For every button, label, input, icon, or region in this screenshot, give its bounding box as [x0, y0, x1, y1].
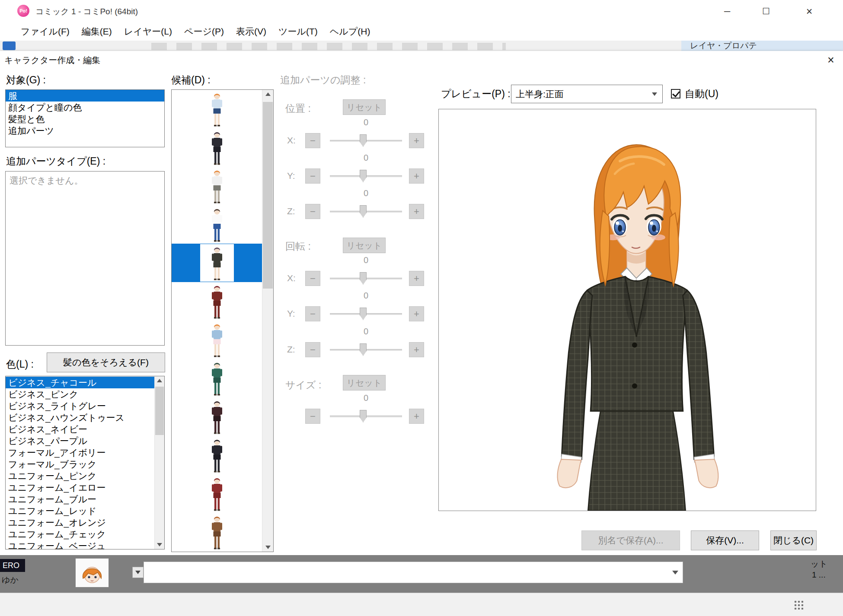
folder-icon: [3, 41, 16, 50]
slider-thumb: [360, 170, 367, 182]
menu-item[interactable]: 表示(V): [230, 25, 272, 38]
position-label: 位置 :: [285, 102, 311, 115]
target-label: 対象(G) :: [6, 73, 46, 87]
maximize-button[interactable]: ☐: [750, 0, 782, 22]
close-dialog-button[interactable]: 閉じる(C): [770, 530, 817, 550]
grid-icon: [794, 600, 803, 610]
slider-value: 0: [330, 117, 402, 127]
auto-label: 自動(U): [685, 87, 718, 101]
color-list-item[interactable]: ユニフォーム_ベージュ: [6, 540, 155, 549]
position-reset-button: リセット: [343, 99, 386, 115]
color-list-item[interactable]: ユニフォーム_イエロー: [6, 482, 155, 493]
preview-view-value: 上半身:正面: [516, 88, 564, 100]
axis-label: Z:: [287, 206, 295, 216]
candidates-label: 候補(D) :: [171, 73, 211, 87]
auto-checkbox[interactable]: [671, 89, 680, 98]
color-list-item[interactable]: ビジネス_チャコール: [6, 377, 155, 388]
titlebar: Po! コミック 1 - コミPo! (64bit) ─ ☐ ×: [0, 0, 843, 22]
menu-item[interactable]: 編集(E): [76, 25, 118, 38]
window-title: コミック 1 - コミPo! (64bit): [35, 6, 138, 17]
slider-thumb: [360, 134, 367, 147]
candidate-thumb[interactable]: [172, 359, 262, 397]
axis-label: X:: [287, 273, 296, 283]
color-list-item[interactable]: フォーマル_ブラック: [6, 458, 155, 470]
horizontal-scrollbar[interactable]: [144, 562, 683, 583]
size-label: サイズ :: [285, 378, 321, 392]
position-z-slider-row: Z: − +: [0, 204, 437, 219]
color-list: ビジネス_チャコールビジネス_ピンクビジネス_ライトグレービジネス_ハウンズトゥ…: [6, 377, 155, 549]
rotation-label: 回転 :: [285, 240, 311, 253]
close-window-button[interactable]: ×: [794, 0, 825, 22]
plus-button: +: [409, 306, 424, 321]
bottom-area: ERO ゆか ット 1 ...: [0, 555, 843, 616]
slider-value: 0: [330, 255, 402, 265]
rotation-y-slider-row: Y: − +: [0, 306, 437, 322]
character-edit-dialog: キャラクター作成・編集 × 対象(G) : 服顔タイプと瞳の色髪型と色追加パーツ…: [0, 51, 843, 555]
candidate-thumb[interactable]: [172, 513, 262, 551]
background-text-fragment: 1 ...: [812, 570, 826, 580]
axis-label: Z:: [287, 344, 295, 355]
color-list-item[interactable]: ユニフォーム_ピンク: [6, 470, 155, 482]
character-thumbnail[interactable]: [75, 558, 109, 587]
plus-button: +: [409, 204, 424, 219]
target-list-item[interactable]: 顔タイプと瞳の色: [6, 102, 164, 113]
candidate-thumb[interactable]: [172, 436, 262, 474]
character-image: [439, 109, 816, 511]
scrollbar-thumb[interactable]: [263, 102, 273, 289]
plus-button: +: [409, 133, 424, 148]
color-list-item[interactable]: ビジネス_ピンク: [6, 388, 155, 400]
scroll-down-icon[interactable]: [155, 540, 164, 549]
minimize-button[interactable]: ─: [712, 0, 743, 22]
plus-button: +: [409, 271, 424, 286]
target-list-item[interactable]: 服: [6, 90, 164, 102]
chevron-down-icon[interactable]: [132, 567, 144, 578]
color-list-item[interactable]: フォーマル_アイボリー: [6, 447, 155, 458]
background-text-fragment: ERO: [0, 559, 25, 572]
candidate-thumb[interactable]: [172, 474, 262, 513]
status-strip: [0, 593, 843, 616]
plus-button: +: [409, 342, 424, 357]
slider-thumb: [360, 308, 367, 320]
minus-button: −: [305, 168, 320, 184]
scroll-up-icon[interactable]: [155, 376, 164, 385]
menu-item[interactable]: ツール(T): [272, 25, 324, 38]
color-list-item[interactable]: ユニフォーム_オレンジ: [6, 517, 155, 528]
menu-item[interactable]: レイヤー(L): [118, 25, 178, 38]
color-list-item[interactable]: ビジネス_パープル: [6, 435, 155, 447]
color-scrollbar[interactable]: [154, 376, 164, 549]
position-y-slider-row: Y: − +: [0, 168, 437, 184]
background-text-fragment: ゆか: [2, 575, 19, 586]
layer-properties-panel-fragment: レイヤ・プロパテ: [681, 41, 843, 51]
save-button[interactable]: 保存(V)...: [691, 530, 759, 550]
chibi-face: [77, 559, 107, 586]
minus-button: −: [305, 409, 320, 424]
scroll-up-icon[interactable]: [262, 90, 273, 100]
slider-thumb: [360, 272, 367, 285]
menu-item[interactable]: ページ(P): [178, 25, 230, 38]
dialog-close-icon[interactable]: ×: [821, 52, 840, 68]
slider-value: 0: [330, 393, 402, 403]
color-list-item[interactable]: ユニフォーム_ブルー: [6, 493, 155, 505]
axis-label: Y:: [287, 171, 295, 181]
color-list-item[interactable]: ユニフォーム_チェック: [6, 528, 155, 540]
scroll-down-icon[interactable]: [262, 541, 273, 552]
slider-value: 0: [330, 327, 402, 337]
minus-button: −: [305, 271, 320, 286]
minus-button: −: [305, 133, 320, 148]
menu-item[interactable]: ヘルプ(H): [324, 25, 377, 38]
plus-button: +: [409, 168, 424, 184]
candidate-thumb[interactable]: [172, 90, 262, 128]
menu-item[interactable]: ファイル(F): [15, 25, 76, 38]
preview-view-dropdown[interactable]: 上半身:正面: [511, 85, 663, 103]
axis-label: Y:: [287, 308, 295, 319]
color-list-item[interactable]: ビジネス_ネイビー: [6, 423, 155, 435]
save-as-button: 別名で保存(A)...: [581, 530, 680, 550]
size-reset-button: リセット: [343, 375, 386, 391]
target-list-item[interactable]: 髪型と色: [6, 113, 164, 125]
slider-value: 0: [330, 153, 402, 163]
axis-label: X:: [287, 135, 296, 146]
rotation-z-slider-row: Z: − +: [0, 342, 437, 358]
slider-thumb: [360, 410, 367, 422]
color-list-item[interactable]: ユニフォーム_レッド: [6, 505, 155, 517]
slider-thumb: [360, 343, 367, 356]
